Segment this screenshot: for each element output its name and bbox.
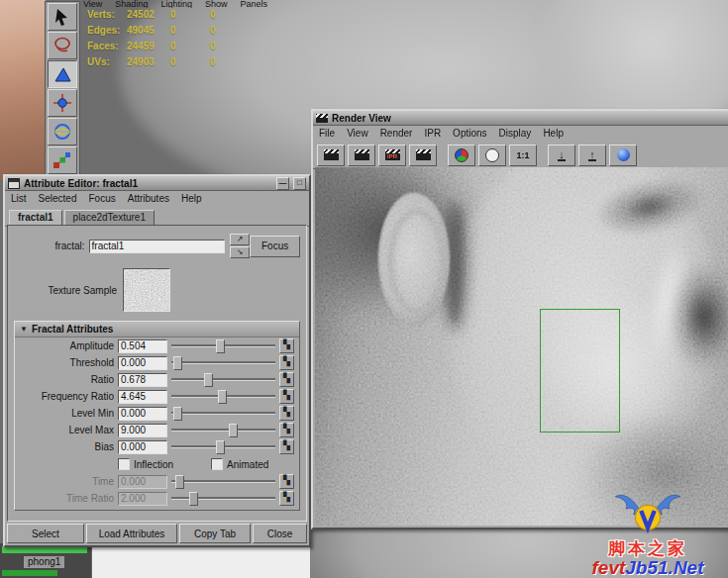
slider-handle bbox=[189, 492, 198, 506]
render-view-title: Render View bbox=[332, 113, 391, 124]
menu-display[interactable]: Display bbox=[499, 128, 532, 142]
redo-previous-render-button[interactable] bbox=[348, 144, 375, 166]
animated-checkbox[interactable] bbox=[211, 458, 223, 470]
input-connections-icon[interactable]: ↘ bbox=[230, 246, 250, 258]
slider-track[interactable] bbox=[171, 429, 275, 432]
menu-help[interactable]: Help bbox=[543, 128, 564, 142]
output-connections-icon[interactable]: ↗ bbox=[230, 234, 250, 245]
menu-help[interactable]: Help bbox=[181, 193, 202, 207]
menu-selected[interactable]: Selected bbox=[39, 193, 77, 207]
phong1-swatch-label[interactable]: phong1 bbox=[24, 556, 64, 568]
menu-attributes[interactable]: Attributes bbox=[128, 193, 169, 207]
attr-value-field[interactable]: 0.504 bbox=[118, 339, 167, 353]
select-button[interactable]: Select bbox=[7, 524, 84, 543]
slider-handle[interactable] bbox=[173, 407, 182, 421]
slider-track[interactable] bbox=[171, 361, 275, 364]
attr-slider[interactable] bbox=[171, 439, 275, 454]
attr-slider[interactable] bbox=[171, 338, 275, 353]
fractal-attributes-header[interactable]: ▼ Fractal Attributes bbox=[15, 322, 299, 337]
load-attributes-button[interactable]: Load Attributes bbox=[86, 524, 177, 543]
attr-slider bbox=[171, 491, 275, 506]
refresh-ipr-image-button[interactable] bbox=[409, 144, 437, 166]
focus-button[interactable]: Focus bbox=[250, 236, 300, 257]
map-texture-button[interactable]: ▚ bbox=[279, 389, 294, 404]
hud-uvs-total: 24903 bbox=[127, 54, 170, 70]
watermark-site-name: 脚本之家 bbox=[568, 540, 728, 557]
alpha-channel-button[interactable] bbox=[478, 144, 506, 166]
render-current-frame-button[interactable] bbox=[317, 144, 345, 166]
menu-file[interactable]: File bbox=[319, 128, 335, 142]
keep-image-button[interactable]: ↓ bbox=[548, 144, 575, 166]
keep-image-icon: ↓ bbox=[558, 149, 566, 161]
slider-handle[interactable] bbox=[173, 356, 182, 370]
render-globals-icon bbox=[617, 148, 630, 161]
ipr-render-button[interactable]: IPR bbox=[378, 144, 406, 166]
fractal-attributes-section: ▼ Fractal Attributes Amplitude 0.504 ▚ T… bbox=[14, 321, 300, 511]
attr-value-field[interactable]: 9.000 bbox=[118, 424, 167, 437]
menu-panels[interactable]: Panels bbox=[240, 0, 267, 8]
maximize-icon[interactable]: □ bbox=[293, 177, 306, 190]
render-globals-button[interactable] bbox=[609, 144, 637, 166]
map-texture-button[interactable]: ▚ bbox=[279, 406, 294, 421]
inflection-checkbox[interactable] bbox=[118, 458, 130, 470]
menu-focus[interactable]: Focus bbox=[88, 193, 115, 207]
map-texture-button[interactable]: ▚ bbox=[279, 372, 294, 387]
map-texture-button[interactable]: ▚ bbox=[279, 338, 294, 353]
menu-view[interactable]: View bbox=[347, 128, 368, 142]
real-size-button[interactable]: 1:1 bbox=[509, 144, 537, 166]
node-name-row: fractal: fractal1 ↗ ↘ Focus bbox=[12, 234, 302, 258]
attr-value-field[interactable]: 0.000 bbox=[118, 356, 167, 370]
map-texture-button[interactable]: ▚ bbox=[279, 491, 294, 506]
slider-handle[interactable] bbox=[229, 424, 238, 437]
hypershade-highlight-bar-2 bbox=[2, 570, 57, 576]
attr-slider[interactable] bbox=[171, 372, 275, 387]
scale-tool-button[interactable] bbox=[48, 146, 77, 174]
render-region-marquee[interactable] bbox=[540, 309, 620, 433]
attr-row-amplitude: Amplitude 0.504 ▚ bbox=[15, 337, 299, 354]
attr-slider[interactable] bbox=[171, 389, 275, 404]
slider-handle[interactable] bbox=[216, 339, 225, 353]
attr-value-field[interactable]: 0.678 bbox=[118, 373, 167, 387]
move-tool-button[interactable] bbox=[48, 89, 77, 117]
map-texture-button[interactable]: ▚ bbox=[279, 439, 294, 454]
slider-handle[interactable] bbox=[216, 440, 225, 454]
rendered-image-area[interactable] bbox=[315, 167, 728, 526]
attr-value-field[interactable]: 4.645 bbox=[118, 390, 167, 404]
menu-render[interactable]: Render bbox=[380, 128, 413, 142]
map-texture-button[interactable]: ▚ bbox=[279, 474, 294, 489]
paint-select-tool-button[interactable] bbox=[48, 60, 77, 88]
map-texture-button[interactable]: ▚ bbox=[279, 423, 294, 437]
menu-list[interactable]: List bbox=[11, 193, 27, 207]
menu-options[interactable]: Options bbox=[453, 128, 486, 142]
attr-slider[interactable] bbox=[171, 423, 275, 437]
lasso-tool-button[interactable] bbox=[48, 32, 77, 59]
minimize-icon[interactable]: — bbox=[276, 177, 289, 190]
copy-tab-button[interactable]: Copy Tab bbox=[179, 524, 251, 543]
remove-image-icon: ↑ bbox=[588, 149, 596, 161]
attr-slider[interactable] bbox=[171, 406, 275, 421]
rgb-channels-button[interactable] bbox=[448, 144, 475, 166]
render-view-titlebar[interactable]: Render View bbox=[313, 111, 728, 126]
attr-slider[interactable] bbox=[171, 355, 275, 370]
collapse-arrow-icon: ▼ bbox=[20, 325, 28, 334]
tab-fractal1[interactable]: fractal1 bbox=[9, 210, 62, 226]
close-button[interactable]: Close bbox=[253, 524, 307, 543]
hypershade-work-area[interactable] bbox=[91, 543, 310, 578]
texture-sample-swatch[interactable] bbox=[123, 268, 170, 312]
slider-track[interactable] bbox=[171, 378, 275, 381]
attribute-editor-titlebar[interactable]: Attribute Editor: fractal1 — □ bbox=[5, 176, 309, 191]
attr-value-field[interactable]: 0.000 bbox=[118, 440, 167, 454]
tab-place2dtexture1[interactable]: place2dTexture1 bbox=[64, 210, 155, 226]
slider-handle[interactable] bbox=[218, 390, 227, 404]
attr-value-field[interactable]: 0.000 bbox=[118, 407, 167, 421]
rotate-tool-button[interactable] bbox=[48, 118, 77, 145]
select-tool-button[interactable] bbox=[48, 3, 77, 31]
slider-track[interactable] bbox=[171, 412, 275, 415]
remove-image-button[interactable]: ↑ bbox=[578, 144, 606, 166]
slider-handle[interactable] bbox=[204, 373, 213, 387]
node-field-label: fractal: bbox=[12, 241, 85, 251]
connection-buttons: ↗ ↘ bbox=[230, 234, 250, 258]
node-name-field[interactable]: fractal1 bbox=[89, 240, 226, 253]
menu-ipr[interactable]: IPR bbox=[424, 128, 441, 142]
map-texture-button[interactable]: ▚ bbox=[279, 355, 294, 370]
